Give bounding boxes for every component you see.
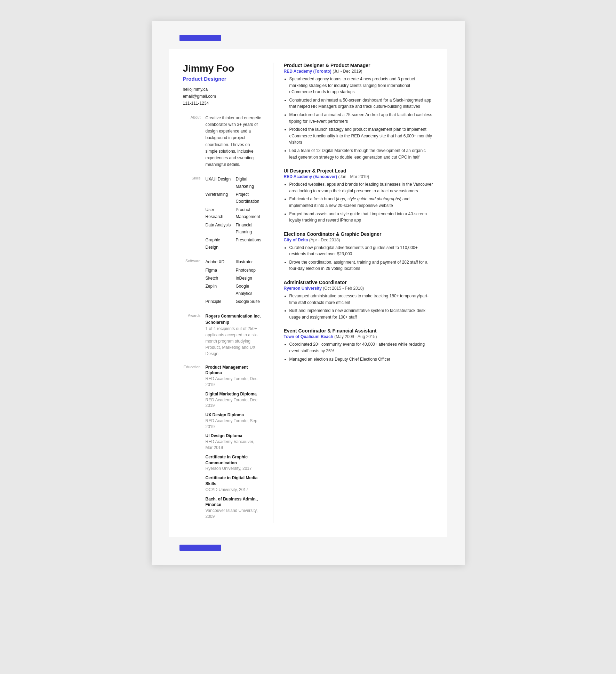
edu-school: RED Academy Toronto, Sep 2019 bbox=[206, 418, 263, 430]
awards-section: Awards Rogers Communication Inc. Scholar… bbox=[183, 313, 263, 357]
skill-item: Wireframing bbox=[206, 191, 232, 205]
skill-item: Financial Planning bbox=[236, 222, 263, 236]
software-item: Zeplin bbox=[206, 283, 232, 297]
edu-school: Ryerson University, 2017 bbox=[206, 466, 263, 472]
skill-item: User Research bbox=[206, 206, 232, 220]
phone: 111-111-1234 bbox=[183, 100, 263, 107]
bullet-item: Revamped administrative processes to mak… bbox=[289, 293, 433, 306]
software-item: InDesign bbox=[236, 275, 263, 282]
edu-degree: UX Design Diploma bbox=[206, 412, 263, 418]
bullet-item: Curated new print/digital advertisements… bbox=[289, 244, 433, 257]
job-org-line: City of Delta (Apr - Dec 2018) bbox=[284, 238, 433, 242]
skill-item: Graphic Design bbox=[206, 236, 232, 251]
job-block: UI Designer & Project Lead RED Academy (… bbox=[284, 168, 433, 224]
bullet-item: Coordinated 20+ community events for 40,… bbox=[289, 341, 433, 354]
skills-label: Skills bbox=[183, 176, 206, 251]
software-item: Adobe XD bbox=[206, 258, 232, 265]
software-item: Illustrator bbox=[236, 258, 263, 265]
job-block: Administrative Coordinator Ryerson Unive… bbox=[284, 280, 433, 320]
job-org: RED Academy (Toronto) bbox=[284, 69, 331, 74]
job-org: RED Academy (Vancouver) bbox=[284, 174, 337, 179]
software-item: Sketch bbox=[206, 275, 232, 282]
education-section: Education Product Management DiplomaRED … bbox=[183, 364, 263, 523]
bullet-item: Spearheaded agency teams to create 4 new… bbox=[289, 76, 433, 95]
edu-item: Certificate in Graphic CommunicationRyer… bbox=[206, 454, 263, 472]
skill-item: Presentations bbox=[236, 236, 263, 251]
job-org-line: RED Academy (Vancouver) (Jan - Mar 2019) bbox=[284, 174, 433, 179]
edu-item: Digital Marketing DiplomaRED Academy Tor… bbox=[206, 391, 263, 409]
bullet-item: Produced the launch strategy and product… bbox=[289, 126, 433, 146]
edu-degree: Certificate in Graphic Communication bbox=[206, 454, 263, 466]
job-org: Town of Qualicum Beach bbox=[284, 334, 333, 339]
job-dates: (May 2009 - Aug 2015) bbox=[334, 334, 377, 339]
right-column: Product Designer & Product Manager RED A… bbox=[273, 63, 433, 523]
skills-section: Skills UX/UI DesignDigital MarketingWire… bbox=[183, 176, 263, 251]
education-content: Product Management DiplomaRED Academy To… bbox=[206, 364, 263, 523]
job-bullets: Coordinated 20+ community events for 40,… bbox=[284, 341, 433, 362]
job-bullets: Revamped administrative processes to mak… bbox=[284, 293, 433, 320]
software-item: Google Suite bbox=[236, 298, 263, 305]
about-section: About Creative thinker and energetic col… bbox=[183, 115, 263, 168]
education-label: Education bbox=[183, 364, 206, 523]
page-wrapper: Jimmy Foo Product Designer hellojimmy.ca… bbox=[152, 21, 465, 565]
left-column: Jimmy Foo Product Designer hellojimmy.ca… bbox=[183, 63, 273, 523]
edu-item: UX Design DiplomaRED Academy Toronto, Se… bbox=[206, 412, 263, 430]
skill-item: Product Management bbox=[236, 206, 263, 220]
awards-content: Rogers Communication Inc. Scholarship 1 … bbox=[206, 313, 263, 357]
job-bullets: Spearheaded agency teams to create 4 new… bbox=[284, 76, 433, 160]
edu-degree: Product Management Diploma bbox=[206, 364, 263, 376]
edu-school: RED Academy Toronto, Dec 2019 bbox=[206, 376, 263, 388]
job-org: City of Delta bbox=[284, 238, 308, 242]
bullet-item: Forged brand assets and a style guide th… bbox=[289, 211, 433, 224]
job-title: Product Designer & Product Manager bbox=[284, 63, 433, 68]
job-bullets: Curated new print/digital advertisements… bbox=[284, 244, 433, 272]
top-accent-bar bbox=[179, 35, 221, 41]
job-bullets: Produced websites, apps and brands for l… bbox=[284, 181, 433, 224]
about-content: Creative thinker and energetic collabora… bbox=[206, 115, 263, 168]
edu-item: Product Management DiplomaRED Academy To… bbox=[206, 364, 263, 388]
edu-degree: UI Design Diploma bbox=[206, 433, 263, 439]
candidate-title: Product Designer bbox=[183, 76, 263, 82]
software-content: Adobe XDIllustratorFigmaPhotoshopSketchI… bbox=[206, 258, 263, 305]
edu-degree: Digital Marketing Diploma bbox=[206, 391, 263, 397]
job-block: Elections Coordinator & Graphic Designer… bbox=[284, 231, 433, 272]
edu-school: RED Academy Toronto, Dec 2019 bbox=[206, 397, 263, 409]
job-org: Ryerson University bbox=[284, 286, 322, 291]
candidate-name: Jimmy Foo bbox=[183, 63, 263, 74]
about-text: Creative thinker and energetic collabora… bbox=[206, 115, 263, 168]
software-item: Google Analytics bbox=[236, 283, 263, 297]
edu-degree: Bach. of Business Admin., Finance bbox=[206, 496, 263, 508]
software-item: Figma bbox=[206, 267, 232, 274]
edu-item: Bach. of Business Admin., FinanceVancouv… bbox=[206, 496, 263, 520]
bullet-item: Drove the coordination, assignment, trai… bbox=[289, 259, 433, 272]
skill-item: Project Coordination bbox=[236, 191, 263, 205]
awards-title: Rogers Communication Inc. Scholarship bbox=[206, 313, 263, 326]
job-title: Elections Coordinator & Graphic Designer bbox=[284, 231, 433, 237]
skill-item: Digital Marketing bbox=[236, 176, 263, 190]
bullet-item: Built and implemented a new administrati… bbox=[289, 307, 433, 320]
software-label: Software bbox=[183, 258, 206, 305]
job-dates: (Jul - Dec 2019) bbox=[333, 69, 362, 74]
job-title: Administrative Coordinator bbox=[284, 280, 433, 285]
job-title: Event Coordinator & Financial Assistant bbox=[284, 328, 433, 334]
job-org-line: RED Academy (Toronto) (Jul - Dec 2019) bbox=[284, 69, 433, 74]
skills-content: UX/UI DesignDigital MarketingWireframing… bbox=[206, 176, 263, 251]
bullet-item: Fabricated a fresh brand (logo, style gu… bbox=[289, 196, 433, 209]
software-grid: Adobe XDIllustratorFigmaPhotoshopSketchI… bbox=[206, 258, 263, 305]
edu-school: Vancouver Island University, 2009 bbox=[206, 508, 263, 520]
job-dates: (Oct 2015 - Feb 2018) bbox=[323, 286, 364, 291]
email: email@gmail.com bbox=[183, 93, 263, 100]
about-label: About bbox=[183, 115, 206, 168]
edu-item: UI Design DiplomaRED Academy Vancouver, … bbox=[206, 433, 263, 450]
job-org-line: Town of Qualicum Beach (May 2009 - Aug 2… bbox=[284, 334, 433, 339]
edu-school: OCAD University, 2017 bbox=[206, 487, 263, 493]
edu-school: RED Academy Vancouver, Mar 2019 bbox=[206, 439, 263, 451]
edu-item: Certificate in Digital Media SkillsOCAD … bbox=[206, 475, 263, 492]
software-item: Photoshop bbox=[236, 267, 263, 274]
software-section: Software Adobe XDIllustratorFigmaPhotosh… bbox=[183, 258, 263, 305]
awards-label: Awards bbox=[183, 313, 206, 357]
job-block: Event Coordinator & Financial Assistant … bbox=[284, 328, 433, 362]
bullet-item: Led a team of 12 Digital Marketers throu… bbox=[289, 147, 433, 160]
website: hellojimmy.ca bbox=[183, 86, 263, 93]
edu-degree: Certificate in Digital Media Skills bbox=[206, 475, 263, 487]
